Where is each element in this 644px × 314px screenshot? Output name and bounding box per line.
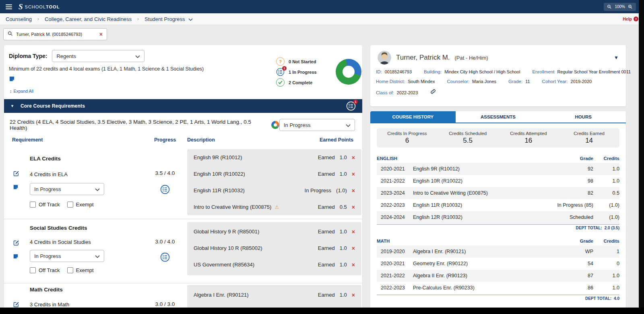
legend-in-progress: 1 1 In Progress (276, 68, 317, 76)
diploma-type-select[interactable]: Regents (52, 50, 144, 62)
column-description: Description (187, 137, 215, 143)
dept-total: DEPT TOTAL:4.0 (377, 295, 619, 301)
course-item: English 9R (R10012) Earned1.0× (187, 149, 361, 166)
zoom-out-icon[interactable] (607, 4, 612, 9)
chevron-down-icon (346, 122, 351, 128)
credits-earned: Credits Earned14 (559, 128, 619, 148)
expand-all-button[interactable]: ↕ Expand All (10, 89, 33, 94)
counselor-label: Counselor: (447, 79, 469, 84)
course-item: Global History 10 R (R85002) Earned1.0× (187, 240, 361, 256)
legend-complete: 2 Complete (276, 78, 317, 87)
requirement-progress: 3.5 / 4.0 (151, 170, 179, 176)
remove-course-icon[interactable]: × (352, 155, 355, 160)
status-filter-select[interactable]: In Progress (279, 119, 355, 131)
student-home-district: South Mindex (408, 79, 435, 84)
chevron-down-icon[interactable] (188, 15, 193, 23)
collapse-caret-icon[interactable]: ▼ (10, 104, 14, 108)
note-icon[interactable] (13, 254, 19, 260)
remove-course-icon[interactable]: × (352, 292, 355, 298)
requirement-progress: 3.0 / 4.0 (151, 239, 179, 245)
student-cohort-year: 2019-2020 (571, 79, 592, 84)
student-counselor: Maria Jones (472, 79, 496, 84)
legend-not-started: ? 0 Not Started (276, 57, 317, 66)
tab-hours[interactable]: HOURS (541, 111, 626, 123)
building-label: Building: (424, 69, 442, 74)
progress-checklist-icon[interactable] (151, 185, 179, 194)
exempt-checkbox[interactable]: Exempt (67, 267, 94, 273)
remove-course-icon[interactable]: × (352, 188, 355, 193)
remove-course-icon[interactable]: × (352, 262, 355, 268)
note-icon[interactable] (9, 76, 15, 82)
section-title: Core Course Requirements (21, 103, 85, 109)
diploma-progress-panel: Diploma Type: Regents Minimum of 22 cred… (4, 45, 362, 314)
search-row: × (0, 25, 644, 45)
zoom-in-icon[interactable] (628, 4, 633, 9)
clear-search-icon[interactable]: × (99, 31, 103, 37)
breadcrumb-separator-icon: › (37, 16, 39, 22)
credits-scheduled: Credits Scheduled5.5 (438, 128, 498, 148)
remove-course-icon[interactable]: × (352, 171, 355, 177)
zoom-level: 100% (615, 4, 625, 9)
requirement-status-select[interactable]: In Progress (30, 250, 104, 262)
course-item: Algebra I Enr. (R90121) Earned1.0× (187, 287, 361, 303)
requirement-courses: English 9R (R10012) Earned1.0× English 1… (187, 149, 361, 215)
enrollment-label: Enrollment (532, 69, 554, 74)
requirement-status-select[interactable]: In Progress (30, 183, 104, 195)
core-course-requirements-header[interactable]: ▼ Core Course Requirements 1 (4, 99, 362, 113)
credits-summary-bar: Credits In Progress6 Credits Scheduled5.… (377, 128, 619, 148)
department-name: ENGLISH (377, 156, 565, 161)
help-button[interactable]: Help ? (623, 17, 638, 21)
hamburger-menu-icon[interactable] (6, 4, 12, 9)
diploma-type-label: Diploma Type: (9, 53, 47, 59)
requirement-title: ELA Credits (30, 156, 147, 162)
right-edge-strip (639, 0, 644, 314)
course-history-row: 2021-2022English 10R (R10022)981.0 (377, 175, 619, 187)
tab-course-history[interactable]: COURSE HISTORY (370, 111, 456, 123)
complete-check-icon (276, 78, 285, 87)
warning-icon: ⚠ (275, 204, 279, 210)
chevron-down-icon (135, 53, 140, 59)
requirement-subtitle: 4 Credits in Social Studies (30, 239, 147, 245)
remove-course-icon[interactable]: × (352, 245, 355, 251)
chevron-down-icon (95, 186, 100, 192)
requirement-social-studies: Social Studies Credits 4 Credits in Soci… (4, 219, 362, 283)
cohort-year-label: Cohort Year: (542, 79, 568, 84)
student-expand-caret-icon[interactable]: ▼ (614, 55, 619, 60)
exempt-checkbox[interactable]: Exempt (67, 202, 94, 208)
remove-course-icon[interactable]: × (352, 229, 355, 235)
remove-course-icon[interactable]: × (352, 204, 355, 210)
course-history-row: 2019-2020Algebra I Enr. (R90121)WP1 (377, 245, 619, 258)
credits-summary-row: 22 Credits (4 ELA, 4 Social Studies, 3.5… (4, 118, 362, 132)
breadcrumb-student-progress[interactable]: Student Progress (144, 16, 185, 22)
mini-pie-icon (271, 121, 279, 129)
off-track-checkbox[interactable]: Off Track (30, 267, 60, 273)
tab-strip: COURSE HISTORY ASSESSMENTS HOURS (370, 111, 626, 123)
tab-assessments[interactable]: ASSESSMENTS (456, 111, 541, 123)
zoom-control: 100% (604, 3, 636, 11)
edit-requirement-icon[interactable] (13, 170, 20, 179)
student-search-input[interactable] (16, 32, 96, 37)
note-icon[interactable] (13, 184, 19, 190)
requirement-courses: Global History 9 R (R85001) Earned1.0× G… (187, 222, 361, 275)
off-track-checkbox[interactable]: Off Track (30, 202, 60, 208)
requirement-ela: ELA Credits 4 Credits in ELA In Progress… (4, 147, 362, 219)
breadcrumb: Counseling › College, Career, and Civic … (0, 13, 644, 25)
not-started-icon: ? (276, 57, 285, 66)
search-icon (8, 31, 13, 38)
student-building: Mindex City High School / High School (444, 69, 520, 74)
home-district-label: Home District: (376, 79, 405, 84)
department-english: ENGLISH Grade Credits 2020-2021English 9… (377, 154, 619, 230)
breadcrumb-counseling[interactable]: Counseling (6, 16, 32, 22)
breadcrumb-ccr[interactable]: College, Career, and Civic Readiness (45, 16, 132, 22)
course-item: US Government (R85634) Earned1.0× (187, 256, 361, 273)
course-item: English 10R (R10022) Earned1.0× (187, 166, 361, 182)
edit-requirement-icon[interactable] (13, 239, 20, 248)
requirements-column-headers: Requirement Progress Description Earned … (4, 137, 362, 146)
section-checklist-icon[interactable]: 1 (346, 101, 356, 111)
credits-summary-text: 22 Credits (4 ELA, 4 Social Studies, 3.5… (10, 119, 267, 131)
id-label: ID: (376, 69, 382, 74)
progress-checklist-icon[interactable] (151, 252, 179, 262)
class-of-link-icon[interactable] (430, 89, 436, 94)
student-id: 00185246793 (385, 69, 412, 74)
course-history-row: 2020-2021Geometry Enr. (R90122)540 (377, 258, 619, 270)
